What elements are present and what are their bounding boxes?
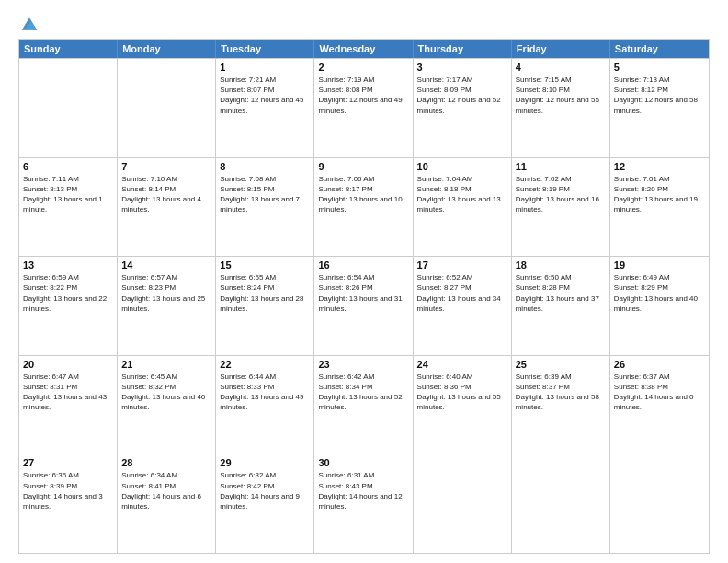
day-info-text: Daylight: 14 hours and 0 minutes. bbox=[614, 392, 705, 412]
calendar-day-5: 5Sunrise: 7:13 AMSunset: 8:12 PMDaylight… bbox=[610, 59, 709, 157]
calendar-day-22: 22Sunrise: 6:44 AMSunset: 8:33 PMDayligh… bbox=[216, 356, 314, 454]
day-number: 27 bbox=[23, 457, 113, 468]
day-info-text: Sunrise: 7:11 AM bbox=[23, 174, 113, 184]
day-info-text: Sunset: 8:43 PM bbox=[318, 481, 408, 491]
day-info-text: Daylight: 13 hours and 13 minutes. bbox=[417, 194, 507, 214]
day-info-text: Sunrise: 7:15 AM bbox=[516, 75, 606, 85]
day-info-text: Daylight: 14 hours and 3 minutes. bbox=[23, 491, 113, 511]
day-info-text: Daylight: 13 hours and 37 minutes. bbox=[516, 293, 606, 314]
header-day-friday: Friday bbox=[512, 40, 610, 58]
day-info-text: Sunrise: 6:59 AM bbox=[23, 272, 113, 282]
calendar-day-29: 29Sunrise: 6:32 AMSunset: 8:42 PMDayligh… bbox=[216, 454, 314, 553]
day-info-text: Sunrise: 6:52 AM bbox=[417, 272, 507, 282]
day-info-text: Daylight: 13 hours and 40 minutes. bbox=[614, 293, 705, 314]
calendar-day-23: 23Sunrise: 6:42 AMSunset: 8:34 PMDayligh… bbox=[314, 356, 413, 454]
calendar-row-4: 27Sunrise: 6:36 AMSunset: 8:39 PMDayligh… bbox=[19, 454, 709, 553]
calendar-day-3: 3Sunrise: 7:17 AMSunset: 8:09 PMDaylight… bbox=[414, 59, 512, 157]
logo-icon bbox=[20, 15, 39, 33]
day-number: 5 bbox=[614, 62, 705, 73]
day-info-text: Sunset: 8:26 PM bbox=[318, 282, 408, 293]
header-day-wednesday: Wednesday bbox=[314, 40, 413, 58]
logo bbox=[18, 15, 39, 31]
day-number: 4 bbox=[516, 62, 606, 73]
day-info-text: Sunset: 8:38 PM bbox=[614, 382, 705, 392]
calendar-day-7: 7Sunrise: 7:10 AMSunset: 8:14 PMDaylight… bbox=[118, 158, 216, 257]
day-number: 17 bbox=[417, 259, 507, 270]
day-info-text: Daylight: 13 hours and 43 minutes. bbox=[23, 392, 113, 412]
calendar-day-20: 20Sunrise: 6:47 AMSunset: 8:31 PMDayligh… bbox=[19, 356, 118, 454]
day-info-text: Daylight: 12 hours and 58 minutes. bbox=[614, 95, 705, 115]
calendar-day-9: 9Sunrise: 7:06 AMSunset: 8:17 PMDaylight… bbox=[314, 158, 413, 257]
day-info-text: Sunrise: 6:57 AM bbox=[121, 272, 211, 282]
day-number: 14 bbox=[121, 259, 211, 270]
day-number: 20 bbox=[23, 359, 113, 370]
day-info-text: Daylight: 12 hours and 52 minutes. bbox=[417, 95, 507, 115]
day-number: 18 bbox=[516, 259, 606, 270]
day-number: 28 bbox=[121, 457, 211, 468]
calendar-body: 1Sunrise: 7:21 AMSunset: 8:07 PMDaylight… bbox=[19, 58, 709, 553]
calendar: SundayMondayTuesdayWednesdayThursdayFrid… bbox=[18, 39, 710, 554]
calendar-empty-cell bbox=[512, 454, 610, 553]
calendar-day-25: 25Sunrise: 6:39 AMSunset: 8:37 PMDayligh… bbox=[512, 356, 610, 454]
day-number: 16 bbox=[318, 259, 408, 270]
calendar-day-17: 17Sunrise: 6:52 AMSunset: 8:27 PMDayligh… bbox=[414, 257, 512, 355]
day-info-text: Sunset: 8:32 PM bbox=[121, 382, 211, 392]
day-number: 1 bbox=[220, 62, 310, 73]
day-number: 21 bbox=[121, 359, 211, 370]
day-info-text: Sunset: 8:12 PM bbox=[614, 85, 705, 95]
day-info-text: Sunrise: 6:31 AM bbox=[318, 470, 408, 480]
header-day-sunday: Sunday bbox=[19, 40, 118, 58]
calendar-day-21: 21Sunrise: 6:45 AMSunset: 8:32 PMDayligh… bbox=[118, 356, 216, 454]
day-info-text: Daylight: 13 hours and 16 minutes. bbox=[516, 194, 606, 214]
day-info-text: Sunrise: 7:10 AM bbox=[121, 174, 211, 184]
day-info-text: Sunset: 8:28 PM bbox=[516, 282, 606, 293]
day-info-text: Daylight: 14 hours and 12 minutes. bbox=[318, 491, 408, 511]
day-info-text: Sunrise: 6:34 AM bbox=[121, 470, 211, 480]
calendar-day-8: 8Sunrise: 7:08 AMSunset: 8:15 PMDaylight… bbox=[216, 158, 314, 257]
day-info-text: Sunset: 8:20 PM bbox=[614, 184, 705, 194]
day-info-text: Sunrise: 6:32 AM bbox=[220, 470, 310, 480]
day-info-text: Sunset: 8:36 PM bbox=[417, 382, 507, 392]
day-info-text: Sunrise: 7:08 AM bbox=[220, 174, 310, 184]
day-info-text: Sunset: 8:14 PM bbox=[121, 184, 211, 194]
day-number: 13 bbox=[23, 259, 113, 270]
day-info-text: Sunrise: 7:19 AM bbox=[318, 75, 408, 85]
day-info-text: Daylight: 13 hours and 1 minute. bbox=[23, 194, 113, 214]
calendar-day-24: 24Sunrise: 6:40 AMSunset: 8:36 PMDayligh… bbox=[414, 356, 512, 454]
day-info-text: Daylight: 13 hours and 52 minutes. bbox=[318, 392, 408, 412]
day-info-text: Daylight: 13 hours and 25 minutes. bbox=[121, 293, 211, 314]
day-number: 24 bbox=[417, 359, 507, 370]
day-info-text: Daylight: 13 hours and 7 minutes. bbox=[220, 194, 310, 214]
calendar-empty-cell bbox=[118, 59, 216, 157]
day-info-text: Daylight: 13 hours and 34 minutes. bbox=[417, 293, 507, 314]
day-info-text: Sunrise: 6:50 AM bbox=[516, 272, 606, 282]
calendar-row-3: 20Sunrise: 6:47 AMSunset: 8:31 PMDayligh… bbox=[19, 355, 709, 454]
page: SundayMondayTuesdayWednesdayThursdayFrid… bbox=[0, 0, 728, 563]
day-info-text: Sunrise: 6:39 AM bbox=[516, 372, 606, 382]
day-info-text: Sunrise: 7:06 AM bbox=[318, 174, 408, 184]
day-number: 8 bbox=[220, 161, 310, 172]
header-day-monday: Monday bbox=[118, 40, 216, 58]
day-number: 3 bbox=[417, 62, 507, 73]
day-info-text: Sunrise: 6:37 AM bbox=[614, 372, 705, 382]
calendar-day-14: 14Sunrise: 6:57 AMSunset: 8:23 PMDayligh… bbox=[118, 257, 216, 355]
calendar-day-13: 13Sunrise: 6:59 AMSunset: 8:22 PMDayligh… bbox=[19, 257, 118, 355]
calendar-day-28: 28Sunrise: 6:34 AMSunset: 8:41 PMDayligh… bbox=[118, 454, 216, 553]
day-info-text: Daylight: 14 hours and 6 minutes. bbox=[121, 491, 211, 511]
calendar-empty-cell bbox=[610, 454, 709, 553]
day-info-text: Daylight: 12 hours and 49 minutes. bbox=[318, 95, 408, 115]
calendar-day-30: 30Sunrise: 6:31 AMSunset: 8:43 PMDayligh… bbox=[314, 454, 413, 553]
day-info-text: Sunset: 8:09 PM bbox=[417, 85, 507, 95]
header bbox=[18, 15, 710, 31]
calendar-day-11: 11Sunrise: 7:02 AMSunset: 8:19 PMDayligh… bbox=[512, 158, 610, 257]
day-info-text: Daylight: 13 hours and 49 minutes. bbox=[220, 392, 310, 412]
day-info-text: Sunset: 8:41 PM bbox=[121, 481, 211, 491]
day-info-text: Sunrise: 7:01 AM bbox=[614, 174, 705, 184]
day-number: 10 bbox=[417, 161, 507, 172]
calendar-day-15: 15Sunrise: 6:55 AMSunset: 8:24 PMDayligh… bbox=[216, 257, 314, 355]
day-info-text: Sunrise: 7:02 AM bbox=[516, 174, 606, 184]
day-info-text: Daylight: 13 hours and 4 minutes. bbox=[121, 194, 211, 214]
day-number: 29 bbox=[220, 457, 310, 468]
day-info-text: Sunrise: 7:17 AM bbox=[417, 75, 507, 85]
day-info-text: Sunset: 8:18 PM bbox=[417, 184, 507, 194]
